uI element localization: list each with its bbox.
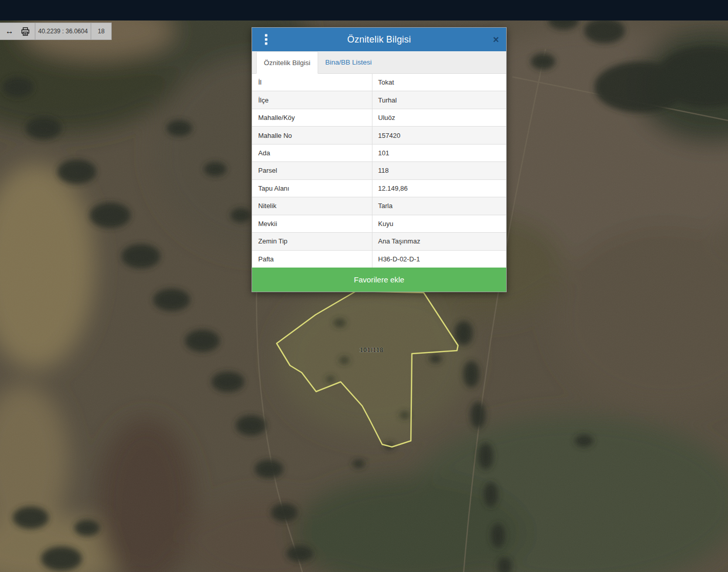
row-value: 157420 [372, 127, 506, 144]
close-icon[interactable]: × [493, 34, 499, 45]
table-row: Tapu Alanı12.149,86 [252, 179, 506, 197]
menu-dots-icon[interactable] [265, 34, 267, 45]
table-row: NitelikTarla [252, 197, 506, 214]
table-row: İlçeTurhal [252, 91, 506, 108]
row-label: Ada [252, 145, 372, 161]
row-value: 101 [372, 145, 506, 161]
modal-header: Öznitelik Bilgisi × [252, 28, 506, 51]
viewport: 101/118 ↔ 40.2239 : 36.0604 18 Öznitelik… [0, 0, 728, 572]
add-to-favorites-button[interactable]: Favorilere ekle [252, 268, 506, 292]
printer-glyph [21, 27, 30, 36]
modal-title: Öznitelik Bilgisi [347, 34, 411, 45]
tab-bar: Öznitelik Bilgisi Bina/BB Listesi [252, 51, 506, 74]
attribute-info-modal: Öznitelik Bilgisi × Öznitelik Bilgisi Bi… [252, 27, 507, 292]
row-value: Kuyu [372, 215, 506, 232]
row-label: Mahalle No [252, 127, 372, 144]
row-label: Mevkii [252, 215, 372, 232]
print-icon[interactable] [21, 27, 30, 36]
row-label: İl [252, 74, 372, 91]
parcel-label: 101/118 [360, 346, 383, 354]
row-label: Tapu Alanı [252, 180, 372, 197]
row-value: Uluöz [372, 109, 506, 126]
zoom-level-display: 18 [91, 23, 111, 39]
row-value: Turhal [372, 91, 506, 108]
table-row: PaftaH36-D-02-D-1 [252, 250, 506, 268]
table-row: Zemin TipAna Taşınmaz [252, 232, 506, 250]
row-value: Tokat [372, 74, 506, 91]
row-value: 118 [372, 162, 506, 179]
table-row: Parsel118 [252, 161, 506, 179]
row-label: Nitelik [252, 197, 372, 214]
tab-oznitelik-bilgisi[interactable]: Öznitelik Bilgisi [256, 51, 318, 74]
tab-bina-bb-listesi[interactable]: Bina/BB Listesi [318, 51, 379, 73]
row-value: 12.149,86 [372, 180, 506, 197]
coordinates-display: 40.2239 : 36.0604 [35, 23, 91, 39]
map-toolbar: ↔ 40.2239 : 36.0604 18 [0, 23, 112, 40]
row-label: Zemin Tip [252, 233, 372, 250]
table-row: Mahalle No157420 [252, 126, 506, 144]
pan-arrow-icon[interactable]: ↔ [6, 27, 14, 35]
row-label: Parsel [252, 162, 372, 179]
table-row: Ada101 [252, 144, 506, 161]
row-value: Tarla [372, 197, 506, 214]
table-row: İlTokat [252, 74, 506, 91]
row-label: Pafta [252, 251, 372, 268]
attribute-table: İlTokatİlçeTurhalMahalle/KöyUluözMahalle… [252, 74, 506, 268]
row-value: H36-D-02-D-1 [372, 251, 506, 268]
row-label: İlçe [252, 91, 372, 108]
top-bar [0, 0, 728, 21]
row-value: Ana Taşınmaz [372, 233, 506, 250]
row-label: Mahalle/Köy [252, 109, 372, 126]
table-row: Mahalle/KöyUluöz [252, 109, 506, 126]
table-row: MevkiiKuyu [252, 215, 506, 232]
